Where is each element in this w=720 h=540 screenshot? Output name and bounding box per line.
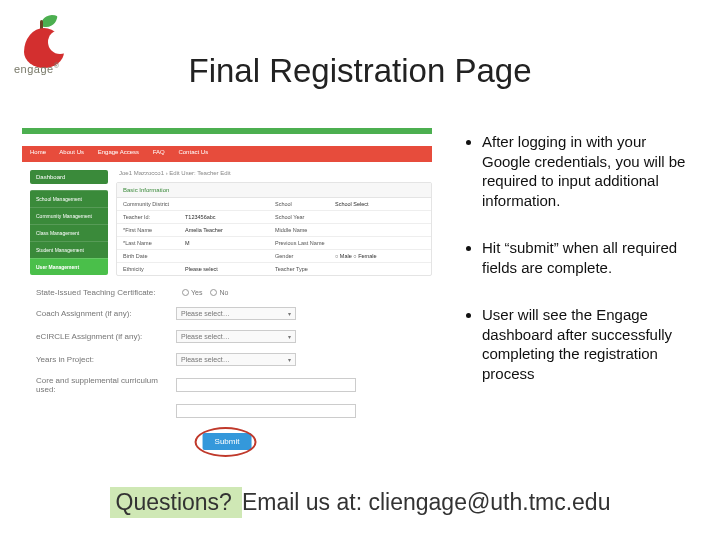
sc-row: *First Name Amelia Teacher Middle Name [117, 224, 431, 237]
sc-breadcrumb: Joe1 Mazzocco1 › Edit User: Teacher Edit [116, 170, 432, 176]
sc-value [185, 253, 275, 259]
apple-bite-icon [48, 30, 72, 54]
sc-ext-label: Coach Assignment (if any): [36, 309, 176, 318]
sc-label: Community District [123, 201, 185, 207]
submit-button: Submit [203, 433, 252, 450]
sc-ext-row: Core and supplemental curriculum used: [36, 376, 424, 394]
sc-nav-item: FAQ [153, 149, 165, 155]
sc-value: Amelia Teacher [185, 227, 275, 233]
footer-contact: Questions? Email us at: cliengage@uth.tm… [0, 487, 720, 518]
sc-ext-label: Core and supplemental curriculum used: [36, 376, 176, 394]
sc-value [335, 240, 425, 246]
sc-main: Joe1 Mazzocco1 › Edit User: Teacher Edit… [116, 170, 432, 282]
sc-text-input [176, 404, 356, 418]
sc-ext-row: eCIRCLE Assignment (if any): Please sele… [36, 330, 424, 343]
sc-nav-item: About Us [59, 149, 84, 155]
sc-value: T123456abc [185, 214, 275, 220]
sc-row: Birth Date Gender ○ Male ○ Female [117, 250, 431, 263]
sc-select: Please select… [176, 307, 296, 320]
sc-label: *First Name [123, 227, 185, 233]
bullet-item: User will see the Engage dashboard after… [482, 305, 698, 383]
sc-label: Middle Name [275, 227, 335, 233]
sc-row: Ethnicity Please select Teacher Type [117, 263, 431, 275]
sc-sidebar-item: Student Management [30, 241, 108, 258]
sc-label: Teacher Id: [123, 214, 185, 220]
sc-label: Teacher Type [275, 266, 335, 272]
sc-ext-label: eCIRCLE Assignment (if any): [36, 332, 176, 341]
sc-label: Birth Date [123, 253, 185, 259]
sc-value: School Select [335, 201, 425, 207]
sc-green-bar [22, 128, 432, 134]
sc-label: *Last Name [123, 240, 185, 246]
sc-ext-label: Years in Project: [36, 355, 176, 364]
bullet-item: After logging in with your Google creden… [482, 132, 698, 210]
sc-sidebar: Dashboard School Management Community Ma… [30, 170, 108, 275]
sc-radio-label: Yes [191, 289, 202, 296]
sc-value: Please select [185, 266, 275, 272]
sc-label: Gender [275, 253, 335, 259]
sc-radio-label: No [219, 289, 228, 296]
sc-label: Previous Last Name [275, 240, 335, 246]
radio-icon [210, 289, 217, 296]
sc-basic-info-panel: Basic Information Community District Sch… [116, 182, 432, 276]
sc-nav-item: Contact Us [178, 149, 208, 155]
bullet-item: Hit “submit” when all required fields ar… [482, 238, 698, 277]
instruction-bullets: After logging in with your Google creden… [466, 132, 698, 411]
sc-value [185, 201, 275, 207]
page-title: Final Registration Page [0, 52, 720, 90]
footer-lead: Questions? [110, 487, 242, 518]
sc-value [335, 227, 425, 233]
sc-nav: Home About Us Engage Access FAQ Contact … [30, 149, 220, 155]
sc-submit-wrap: Submit [203, 433, 252, 450]
sc-cert-radios: Yes No [176, 289, 228, 297]
sc-text-input [176, 378, 356, 392]
sc-nav-item: Engage Access [98, 149, 139, 155]
radio-icon [182, 289, 189, 296]
registration-screenshot: Home About Us Engage Access FAQ Contact … [22, 128, 432, 454]
sc-panel-header: Basic Information [117, 183, 431, 198]
sc-extended-form: State-Issued Teaching Certificate: Yes N… [36, 288, 424, 428]
sc-cert-row: State-Issued Teaching Certificate: Yes N… [36, 288, 424, 297]
sc-sidebar-item: Class Management [30, 224, 108, 241]
sc-ext-row: Years in Project: Please select… [36, 353, 424, 366]
sc-select: Please select… [176, 330, 296, 343]
sc-value: ○ Male ○ Female [335, 253, 425, 259]
sc-value: M [185, 240, 275, 246]
sc-cert-label: State-Issued Teaching Certificate: [36, 288, 176, 297]
sc-ext-row [36, 404, 424, 418]
sc-value [335, 266, 425, 272]
sc-row: Community District School School Select [117, 198, 431, 211]
footer-rest: Email us at: cliengage@uth.tmc.edu [242, 489, 611, 515]
sc-row: *Last Name M Previous Last Name [117, 237, 431, 250]
sc-nav-item: Home [30, 149, 46, 155]
sc-sidebar-item-active: User Management [30, 258, 108, 275]
sc-row: Teacher Id: T123456abc School Year [117, 211, 431, 224]
sc-sidebar-item: Community Management [30, 207, 108, 224]
sc-ext-row: Coach Assignment (if any): Please select… [36, 307, 424, 320]
sc-label: Ethnicity [123, 266, 185, 272]
sc-select: Please select… [176, 353, 296, 366]
sc-dashboard-item: Dashboard [30, 170, 108, 184]
sc-sidebar-item: School Management [30, 190, 108, 207]
sc-value [335, 214, 425, 220]
sc-label: School [275, 201, 335, 207]
sc-label: School Year [275, 214, 335, 220]
